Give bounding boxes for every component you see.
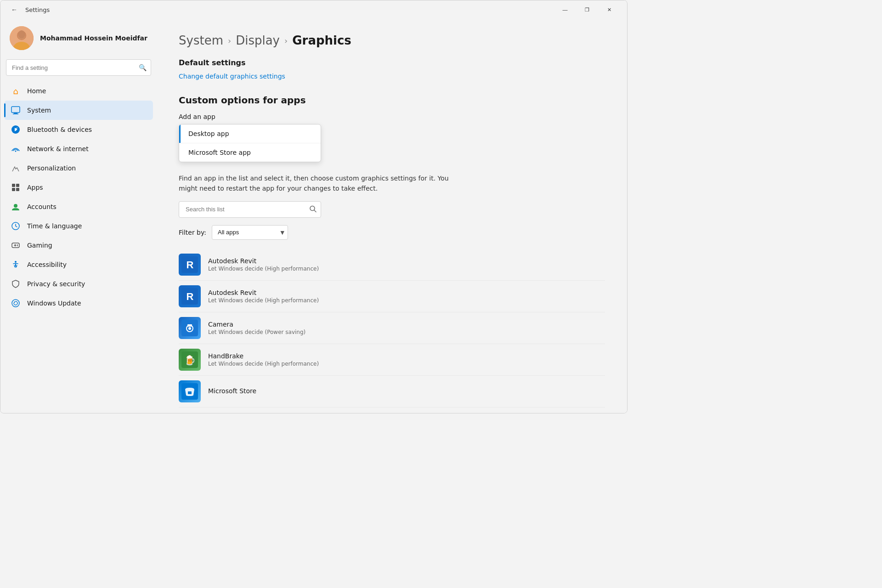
app-name: Camera (208, 321, 605, 328)
bluetooth-icon (11, 124, 21, 135)
apps-icon (11, 182, 21, 192)
personalization-icon (11, 163, 21, 173)
svg-rect-5 (11, 107, 20, 113)
system-icon (11, 105, 21, 115)
back-button[interactable]: ← (8, 3, 21, 16)
sidebar-item-time[interactable]: Time & language (4, 216, 153, 236)
svg-point-9 (15, 151, 17, 152)
avatar (10, 26, 34, 50)
sidebar-search: 🔍 (6, 59, 151, 76)
svg-text:🍺: 🍺 (184, 355, 196, 366)
breadcrumb-system: System (179, 34, 223, 47)
user-profile: Mohammad Hossein Moeidfar (4, 19, 153, 59)
sidebar-item-label: Privacy & security (27, 280, 85, 288)
minimize-button[interactable]: — (554, 2, 576, 17)
sidebar-item-label: Home (27, 87, 46, 95)
svg-marker-23 (14, 301, 16, 303)
list-item[interactable]: R Autodesk Revit Let Windows decide (Hig… (179, 249, 605, 281)
svg-point-4 (18, 30, 25, 39)
dropdown-item-store[interactable]: Microsoft Store app (179, 143, 321, 162)
svg-point-22 (12, 300, 19, 307)
custom-options-title: Custom options for apps (179, 95, 605, 106)
default-settings-section: Default settings Change default graphics… (179, 58, 605, 80)
app-list: R Autodesk Revit Let Windows decide (Hig… (179, 249, 605, 407)
sidebar-item-gaming[interactable]: Gaming (4, 236, 153, 255)
app-name: HandBrake (208, 352, 605, 360)
filter-select-wrap: All apps Desktop apps Microsoft Store ap… (212, 225, 288, 240)
custom-options-info: Find an app in the list and select it, t… (179, 173, 464, 194)
sidebar-item-label: Accounts (27, 203, 57, 210)
app-name: Autodesk Revit (208, 257, 605, 265)
search-icon: 🔍 (139, 64, 147, 71)
dropdown-item-label: Microsoft Store app (188, 149, 251, 156)
dropdown-item-label: Desktop app (188, 130, 229, 137)
svg-text:R: R (187, 291, 194, 302)
sidebar-item-update[interactable]: Windows Update (4, 294, 153, 313)
sidebar-item-personalization[interactable]: Personalization (4, 158, 153, 178)
app-icon-camera (179, 317, 201, 339)
maximize-button[interactable]: ❐ (577, 2, 598, 17)
sidebar-item-bluetooth[interactable]: Bluetooth & devices (4, 120, 153, 139)
breadcrumb-graphics: Graphics (292, 34, 351, 47)
sidebar-item-home[interactable]: ⌂ Home (4, 81, 153, 101)
sidebar-item-privacy[interactable]: Privacy & security (4, 274, 153, 294)
sidebar-item-label: System (27, 107, 51, 114)
svg-line-25 (314, 210, 316, 212)
sidebar-item-network[interactable]: Network & internet (4, 139, 153, 158)
sidebar-item-accessibility[interactable]: Accessibility (4, 255, 153, 274)
app-icon-store (179, 380, 201, 402)
svg-point-21 (15, 261, 17, 263)
svg-rect-12 (12, 188, 15, 191)
network-icon (11, 144, 21, 154)
default-settings-title: Default settings (179, 58, 605, 67)
time-icon (11, 221, 21, 231)
svg-rect-11 (16, 184, 19, 187)
breadcrumb: System › Display › Graphics (179, 34, 605, 47)
list-item[interactable]: R Autodesk Revit Let Windows decide (Hig… (179, 281, 605, 312)
update-icon (11, 298, 21, 308)
sidebar: Mohammad Hossein Moeidfar 🔍 ⌂ Home (0, 19, 157, 413)
breadcrumb-display: Display (236, 34, 280, 47)
filter-label: Filter by: (179, 229, 206, 236)
filter-row: Filter by: All apps Desktop apps Microso… (179, 225, 605, 240)
breadcrumb-sep-2: › (284, 36, 288, 45)
svg-rect-13 (16, 188, 19, 191)
list-item[interactable]: Camera Let Windows decide (Power saving) (179, 312, 605, 344)
privacy-icon (11, 279, 21, 289)
sidebar-item-label: Gaming (27, 242, 52, 249)
svg-text:R: R (187, 259, 194, 271)
custom-options-section: Custom options for apps Add an app Deskt… (179, 95, 605, 407)
list-item[interactable]: Microsoft Store (179, 376, 605, 407)
app-desc: Let Windows decide (High performance) (208, 297, 605, 304)
filter-select[interactable]: All apps Desktop apps Microsoft Store ap… (212, 225, 288, 240)
app-desc: Let Windows decide (High performance) (208, 361, 605, 367)
find-setting-input[interactable] (6, 59, 151, 76)
app-icon-handbrake: 🍺 (179, 349, 201, 371)
svg-point-20 (17, 245, 18, 246)
app-desc: Let Windows decide (High performance) (208, 266, 605, 272)
change-default-graphics-link[interactable]: Change default graphics settings (179, 73, 285, 80)
sidebar-item-label: Windows Update (27, 300, 81, 307)
search-list-input[interactable] (179, 201, 321, 218)
svg-rect-33 (187, 324, 192, 327)
accessibility-icon (11, 260, 21, 270)
sidebar-item-apps[interactable]: Apps (4, 178, 153, 197)
app-desc: Let Windows decide (Power saving) (208, 329, 605, 335)
app-name: Autodesk Revit (208, 289, 605, 296)
sidebar-item-label: Accessibility (27, 261, 67, 268)
window-controls: — ❐ ✕ (554, 2, 620, 17)
sidebar-item-accounts[interactable]: Accounts (4, 197, 153, 216)
svg-rect-37 (188, 391, 192, 394)
sidebar-item-label: Time & language (27, 222, 82, 230)
svg-point-14 (14, 204, 17, 208)
close-button[interactable]: ✕ (599, 2, 620, 17)
svg-point-32 (188, 327, 191, 330)
app-icon-revit-2: R (179, 285, 201, 307)
app-name: Microsoft Store (208, 387, 605, 395)
list-item[interactable]: 🍺 HandBrake Let Windows decide (High per… (179, 344, 605, 376)
search-list-icon (309, 205, 317, 214)
dropdown-item-desktop[interactable]: Desktop app (179, 124, 321, 143)
sidebar-item-system[interactable]: System (4, 101, 153, 120)
add-app-dropdown: Desktop app Microsoft Store app (179, 124, 321, 162)
add-app-label: Add an app (179, 113, 605, 120)
